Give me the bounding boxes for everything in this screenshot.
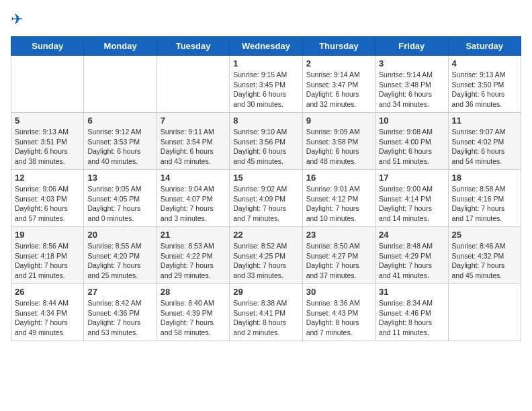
day-cell: 22Sunrise: 8:52 AM Sunset: 4:25 PM Dayli… bbox=[230, 227, 302, 284]
day-detail: Sunrise: 9:14 AM Sunset: 3:48 PM Dayligh… bbox=[379, 70, 444, 109]
day-header-monday: Monday bbox=[84, 37, 157, 56]
day-detail: Sunrise: 9:12 AM Sunset: 3:53 PM Dayligh… bbox=[87, 127, 152, 167]
day-detail: Sunrise: 9:08 AM Sunset: 4:00 PM Dayligh… bbox=[379, 127, 444, 167]
day-cell bbox=[84, 56, 157, 113]
day-cell: 18Sunrise: 8:58 AM Sunset: 4:16 PM Dayli… bbox=[448, 170, 521, 227]
day-cell: 2Sunrise: 9:14 AM Sunset: 3:47 PM Daylig… bbox=[302, 56, 375, 113]
day-cell: 12Sunrise: 9:06 AM Sunset: 4:03 PM Dayli… bbox=[11, 170, 84, 227]
day-detail: Sunrise: 8:48 AM Sunset: 4:29 PM Dayligh… bbox=[379, 241, 444, 281]
day-number: 8 bbox=[233, 116, 298, 126]
day-detail: Sunrise: 9:09 AM Sunset: 3:58 PM Dayligh… bbox=[306, 127, 371, 167]
day-number: 6 bbox=[87, 116, 152, 126]
day-cell bbox=[11, 56, 84, 113]
day-cell: 21Sunrise: 8:53 AM Sunset: 4:22 PM Dayli… bbox=[157, 227, 229, 284]
day-cell: 6Sunrise: 9:12 AM Sunset: 3:53 PM Daylig… bbox=[84, 113, 157, 170]
day-cell: 13Sunrise: 9:05 AM Sunset: 4:05 PM Dayli… bbox=[84, 170, 157, 227]
day-number: 10 bbox=[379, 116, 444, 126]
day-cell: 27Sunrise: 8:42 AM Sunset: 4:36 PM Dayli… bbox=[84, 284, 157, 341]
day-detail: Sunrise: 9:02 AM Sunset: 4:09 PM Dayligh… bbox=[233, 184, 298, 224]
day-header-tuesday: Tuesday bbox=[157, 37, 229, 56]
day-header-sunday: Sunday bbox=[11, 37, 84, 56]
day-number: 24 bbox=[379, 230, 444, 240]
calendar-table: SundayMondayTuesdayWednesdayThursdayFrid… bbox=[11, 36, 521, 341]
svg-text:✈: ✈ bbox=[11, 11, 23, 28]
day-number: 3 bbox=[379, 58, 444, 68]
day-header-friday: Friday bbox=[375, 37, 448, 56]
day-cell: 25Sunrise: 8:46 AM Sunset: 4:32 PM Dayli… bbox=[448, 227, 521, 284]
day-header-wednesday: Wednesday bbox=[230, 37, 302, 56]
day-number: 31 bbox=[379, 287, 444, 297]
day-detail: Sunrise: 9:13 AM Sunset: 3:51 PM Dayligh… bbox=[15, 127, 80, 167]
day-detail: Sunrise: 9:11 AM Sunset: 3:54 PM Dayligh… bbox=[161, 127, 226, 167]
day-number: 28 bbox=[161, 287, 226, 297]
day-detail: Sunrise: 8:42 AM Sunset: 4:36 PM Dayligh… bbox=[87, 298, 152, 338]
day-cell: 28Sunrise: 8:40 AM Sunset: 4:39 PM Dayli… bbox=[157, 284, 229, 341]
week-row-5: 26Sunrise: 8:44 AM Sunset: 4:34 PM Dayli… bbox=[11, 284, 521, 341]
day-number: 21 bbox=[161, 230, 226, 240]
day-cell: 8Sunrise: 9:10 AM Sunset: 3:56 PM Daylig… bbox=[230, 113, 302, 170]
day-cell: 20Sunrise: 8:55 AM Sunset: 4:20 PM Dayli… bbox=[84, 227, 157, 284]
logo-icon: ✈ bbox=[11, 11, 30, 30]
day-detail: Sunrise: 9:00 AM Sunset: 4:14 PM Dayligh… bbox=[379, 184, 444, 224]
day-cell: 23Sunrise: 8:50 AM Sunset: 4:27 PM Dayli… bbox=[302, 227, 375, 284]
day-number: 30 bbox=[306, 287, 371, 297]
day-number: 20 bbox=[87, 230, 152, 240]
header-row: SundayMondayTuesdayWednesdayThursdayFrid… bbox=[11, 37, 521, 56]
day-number: 12 bbox=[15, 173, 80, 183]
day-cell: 24Sunrise: 8:48 AM Sunset: 4:29 PM Dayli… bbox=[375, 227, 448, 284]
day-cell: 17Sunrise: 9:00 AM Sunset: 4:14 PM Dayli… bbox=[375, 170, 448, 227]
day-cell: 19Sunrise: 8:56 AM Sunset: 4:18 PM Dayli… bbox=[11, 227, 84, 284]
day-number: 11 bbox=[452, 116, 517, 126]
day-cell: 4Sunrise: 9:13 AM Sunset: 3:50 PM Daylig… bbox=[448, 56, 521, 113]
day-detail: Sunrise: 8:58 AM Sunset: 4:16 PM Dayligh… bbox=[452, 184, 517, 224]
week-row-2: 5Sunrise: 9:13 AM Sunset: 3:51 PM Daylig… bbox=[11, 113, 521, 170]
day-header-saturday: Saturday bbox=[448, 37, 521, 56]
day-cell: 14Sunrise: 9:04 AM Sunset: 4:07 PM Dayli… bbox=[157, 170, 229, 227]
day-cell: 26Sunrise: 8:44 AM Sunset: 4:34 PM Dayli… bbox=[11, 284, 84, 341]
day-number: 22 bbox=[233, 230, 298, 240]
day-cell: 3Sunrise: 9:14 AM Sunset: 3:48 PM Daylig… bbox=[375, 56, 448, 113]
day-cell: 7Sunrise: 9:11 AM Sunset: 3:54 PM Daylig… bbox=[157, 113, 229, 170]
day-detail: Sunrise: 9:10 AM Sunset: 3:56 PM Dayligh… bbox=[233, 127, 298, 167]
day-number: 25 bbox=[452, 230, 517, 240]
day-number: 2 bbox=[306, 58, 371, 68]
logo: ✈ bbox=[11, 11, 31, 30]
day-detail: Sunrise: 8:36 AM Sunset: 4:43 PM Dayligh… bbox=[306, 298, 371, 338]
day-header-thursday: Thursday bbox=[302, 37, 375, 56]
day-detail: Sunrise: 9:06 AM Sunset: 4:03 PM Dayligh… bbox=[15, 184, 80, 224]
day-number: 27 bbox=[87, 287, 152, 297]
day-detail: Sunrise: 8:40 AM Sunset: 4:39 PM Dayligh… bbox=[161, 298, 226, 338]
day-detail: Sunrise: 8:56 AM Sunset: 4:18 PM Dayligh… bbox=[15, 241, 80, 281]
day-detail: Sunrise: 8:52 AM Sunset: 4:25 PM Dayligh… bbox=[233, 241, 298, 281]
day-cell: 10Sunrise: 9:08 AM Sunset: 4:00 PM Dayli… bbox=[375, 113, 448, 170]
day-number: 16 bbox=[306, 173, 371, 183]
week-row-1: 1Sunrise: 9:15 AM Sunset: 3:45 PM Daylig… bbox=[11, 56, 521, 113]
week-row-4: 19Sunrise: 8:56 AM Sunset: 4:18 PM Dayli… bbox=[11, 227, 521, 284]
day-number: 29 bbox=[233, 287, 298, 297]
day-number: 13 bbox=[87, 173, 152, 183]
day-number: 19 bbox=[15, 230, 80, 240]
day-number: 23 bbox=[306, 230, 371, 240]
day-cell: 31Sunrise: 8:34 AM Sunset: 4:46 PM Dayli… bbox=[375, 284, 448, 341]
day-number: 4 bbox=[452, 58, 517, 68]
page-header: ✈ bbox=[11, 11, 521, 30]
day-cell: 1Sunrise: 9:15 AM Sunset: 3:45 PM Daylig… bbox=[230, 56, 302, 113]
day-detail: Sunrise: 8:34 AM Sunset: 4:46 PM Dayligh… bbox=[379, 298, 444, 338]
day-cell bbox=[157, 56, 229, 113]
day-cell bbox=[448, 284, 521, 341]
day-detail: Sunrise: 8:46 AM Sunset: 4:32 PM Dayligh… bbox=[452, 241, 517, 281]
day-detail: Sunrise: 8:53 AM Sunset: 4:22 PM Dayligh… bbox=[161, 241, 226, 281]
week-row-3: 12Sunrise: 9:06 AM Sunset: 4:03 PM Dayli… bbox=[11, 170, 521, 227]
day-detail: Sunrise: 8:38 AM Sunset: 4:41 PM Dayligh… bbox=[233, 298, 298, 338]
day-detail: Sunrise: 9:15 AM Sunset: 3:45 PM Dayligh… bbox=[233, 70, 298, 109]
day-cell: 15Sunrise: 9:02 AM Sunset: 4:09 PM Dayli… bbox=[230, 170, 302, 227]
day-detail: Sunrise: 9:05 AM Sunset: 4:05 PM Dayligh… bbox=[87, 184, 152, 224]
day-number: 5 bbox=[15, 116, 80, 126]
day-number: 17 bbox=[379, 173, 444, 183]
day-number: 7 bbox=[161, 116, 226, 126]
day-cell: 16Sunrise: 9:01 AM Sunset: 4:12 PM Dayli… bbox=[302, 170, 375, 227]
day-number: 9 bbox=[306, 116, 371, 126]
day-detail: Sunrise: 9:14 AM Sunset: 3:47 PM Dayligh… bbox=[306, 70, 371, 109]
day-cell: 29Sunrise: 8:38 AM Sunset: 4:41 PM Dayli… bbox=[230, 284, 302, 341]
day-detail: Sunrise: 9:07 AM Sunset: 4:02 PM Dayligh… bbox=[452, 127, 517, 167]
